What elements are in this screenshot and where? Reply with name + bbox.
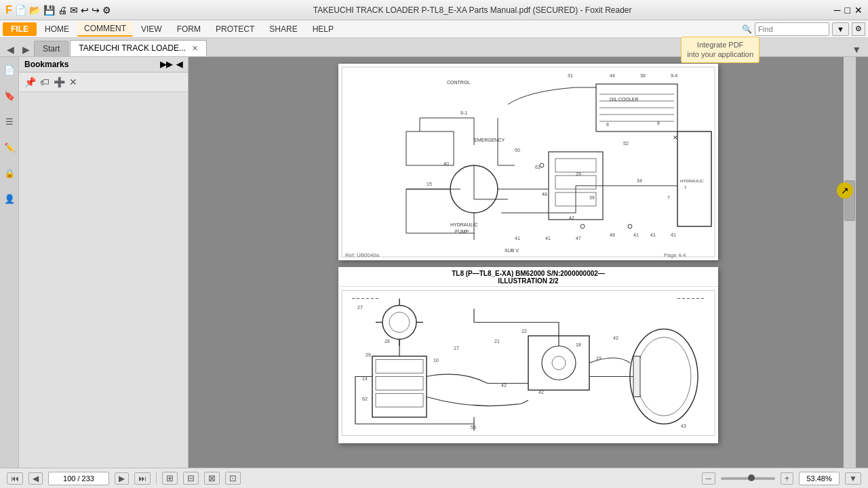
tab-start[interactable]: Start bbox=[34, 41, 68, 56]
view-single-button[interactable]: ⊞ bbox=[162, 472, 178, 485]
zoom-slider-thumb[interactable] bbox=[748, 474, 755, 481]
last-page-button[interactable]: ⏭ bbox=[134, 472, 151, 485]
sidebar-add-icon[interactable]: ➕ bbox=[54, 77, 65, 87]
view-facing-button[interactable]: ⊠ bbox=[204, 472, 220, 485]
pdf-page-top: OIL COOLER HYDRAULIC T HYDRAULIC PUMP bbox=[338, 64, 718, 260]
illustration-title-line2: ILLUSTRATION 2/2 bbox=[338, 277, 718, 285]
svg-text:43: 43 bbox=[681, 424, 686, 428]
promo-line1: Integrate PDF bbox=[687, 40, 753, 49]
svg-text:41: 41 bbox=[650, 232, 656, 237]
svg-text:41: 41 bbox=[671, 232, 676, 237]
first-page-button[interactable]: ⏮ bbox=[7, 472, 23, 485]
svg-text:15: 15 bbox=[427, 182, 432, 186]
tab-close-button[interactable]: ✕ bbox=[192, 44, 198, 52]
search-settings-button[interactable]: ⚙ bbox=[852, 22, 865, 36]
sidebar-title: Bookmarks bbox=[24, 60, 68, 69]
separator-1 bbox=[156, 472, 157, 485]
svg-rect-0 bbox=[338, 64, 718, 260]
diagram-svg-top: OIL COOLER HYDRAULIC T HYDRAULIC PUMP bbox=[338, 64, 718, 260]
title-bar: F 📄 📂 💾 🖨 ✉ ↩ ↪ ⚙ TAKEUCHI TRACK LOADER … bbox=[0, 0, 868, 20]
menu-file[interactable]: FILE bbox=[3, 22, 37, 36]
save-icon[interactable]: 💾 bbox=[43, 5, 55, 16]
strip-bookmark-icon[interactable]: 🔖 bbox=[2, 88, 17, 103]
undo-icon[interactable]: ↩ bbox=[81, 5, 89, 16]
diagram-bottom: 27 28 29 14 10 17 21 22 42 42 18 19 42 5… bbox=[338, 287, 718, 439]
menu-view[interactable]: VIEW bbox=[134, 22, 169, 36]
strip-identity-icon[interactable]: 👤 bbox=[2, 191, 17, 206]
sidebar-collapse-icon[interactable]: ◀ bbox=[176, 60, 182, 69]
minimize-button[interactable]: ─ bbox=[834, 5, 841, 16]
svg-text:38: 38 bbox=[640, 73, 646, 78]
sidebar-bookmark-icon[interactable]: 📌 bbox=[24, 77, 36, 87]
sidebar-tag-icon[interactable]: 🏷 bbox=[40, 77, 50, 87]
left-sidebar: Bookmarks ▶▶ ◀ 📌 🏷 ➕ ✕ bbox=[19, 57, 189, 468]
svg-text:44: 44 bbox=[610, 73, 615, 78]
menu-help[interactable]: HELP bbox=[306, 22, 340, 36]
tab-dropdown[interactable]: ▼ bbox=[848, 43, 865, 56]
svg-text:62: 62 bbox=[362, 396, 368, 401]
zoom-input[interactable] bbox=[799, 472, 840, 485]
zoom-slider[interactable] bbox=[721, 477, 775, 480]
svg-text:9-1: 9-1 bbox=[460, 110, 467, 115]
print-icon[interactable]: 🖨 bbox=[58, 5, 67, 16]
search-button[interactable]: ▼ bbox=[832, 22, 849, 36]
strip-thumbnail-icon[interactable]: 📄 bbox=[2, 62, 17, 77]
page-input[interactable] bbox=[48, 472, 109, 485]
new-icon[interactable]: 📄 bbox=[15, 5, 26, 16]
title-bar-left-icons: F 📄 📂 💾 🖨 ✉ ↩ ↪ ⚙ bbox=[5, 4, 111, 16]
search-icon: 🔍 bbox=[742, 24, 752, 34]
left-icon-strip: 📄 🔖 ☰ ✏️ 🔒 👤 bbox=[0, 57, 19, 468]
svg-text:39: 39 bbox=[589, 195, 595, 200]
sidebar-icons-row: 📌 🏷 ➕ ✕ bbox=[19, 73, 188, 92]
view-continuous-button[interactable]: ⊟ bbox=[183, 472, 199, 485]
pdf-scrollbar[interactable] bbox=[844, 57, 856, 468]
svg-text:48: 48 bbox=[542, 192, 547, 197]
close-button[interactable]: ✕ bbox=[854, 5, 863, 16]
svg-text:42: 42 bbox=[538, 390, 544, 394]
strip-comment-icon[interactable]: ✏️ bbox=[2, 140, 17, 155]
tab-nav-right[interactable]: ▶ bbox=[18, 43, 34, 56]
diagram-svg-bottom: 27 28 29 14 10 17 21 22 42 42 18 19 42 5… bbox=[338, 287, 718, 439]
svg-text:8: 8 bbox=[606, 122, 609, 127]
zoom-dropdown-button[interactable]: ▼ bbox=[845, 472, 861, 485]
svg-text:50: 50 bbox=[515, 148, 520, 152]
view-cover-button[interactable]: ⊡ bbox=[225, 472, 241, 485]
svg-text:CONTROL: CONTROL bbox=[447, 80, 470, 85]
strip-security-icon[interactable]: 🔒 bbox=[2, 165, 17, 180]
svg-text:7: 7 bbox=[667, 195, 670, 200]
svg-text:HYDRAULIC: HYDRAULIC bbox=[450, 222, 477, 227]
pdf-area[interactable]: OIL COOLER HYDRAULIC T HYDRAULIC PUMP bbox=[189, 57, 868, 468]
svg-text:29: 29 bbox=[576, 171, 581, 176]
zoom-in-button[interactable]: + bbox=[781, 472, 793, 485]
svg-text:42: 42 bbox=[501, 383, 507, 388]
menu-comment[interactable]: COMMENT bbox=[77, 22, 133, 37]
menu-share[interactable]: SHARE bbox=[262, 22, 304, 36]
cursor-symbol: ↗ bbox=[841, 185, 849, 196]
menu-form[interactable]: FORM bbox=[170, 22, 208, 36]
sidebar-controls: ▶▶ ◀ bbox=[160, 60, 182, 69]
search-input[interactable] bbox=[755, 22, 829, 36]
promo-banner: Integrate PDF into your application bbox=[681, 37, 760, 63]
svg-text:21: 21 bbox=[494, 339, 500, 344]
svg-text:18: 18 bbox=[576, 342, 581, 347]
tab-document-label: TAKEUCHI TRACK LOADE... bbox=[79, 43, 186, 53]
svg-text:EMERGENCY: EMERGENCY bbox=[474, 138, 505, 142]
tab-nav-left[interactable]: ◀ bbox=[3, 43, 18, 56]
menu-protect[interactable]: PROTECT bbox=[209, 22, 261, 36]
maximize-button[interactable]: □ bbox=[845, 5, 850, 16]
sidebar-remove-icon[interactable]: ✕ bbox=[69, 77, 77, 87]
zoom-out-button[interactable]: ─ bbox=[702, 472, 716, 485]
prev-page-button[interactable]: ◀ bbox=[28, 472, 43, 485]
svg-rect-63 bbox=[633, 357, 640, 397]
menu-home[interactable]: HOME bbox=[38, 22, 76, 36]
config-icon[interactable]: ⚙ bbox=[102, 5, 111, 16]
svg-text:47: 47 bbox=[576, 236, 581, 241]
open-icon[interactable]: 📂 bbox=[29, 5, 41, 16]
sidebar-expand-icon[interactable]: ▶▶ bbox=[160, 60, 172, 69]
sidebar-header: Bookmarks ▶▶ ◀ bbox=[19, 57, 188, 73]
email-icon[interactable]: ✉ bbox=[70, 5, 78, 16]
tab-document[interactable]: TAKEUCHI TRACK LOADE... ✕ bbox=[70, 40, 207, 56]
next-page-button[interactable]: ▶ bbox=[115, 472, 129, 485]
strip-layers-icon[interactable]: ☰ bbox=[2, 114, 17, 129]
redo-icon[interactable]: ↪ bbox=[92, 5, 100, 16]
